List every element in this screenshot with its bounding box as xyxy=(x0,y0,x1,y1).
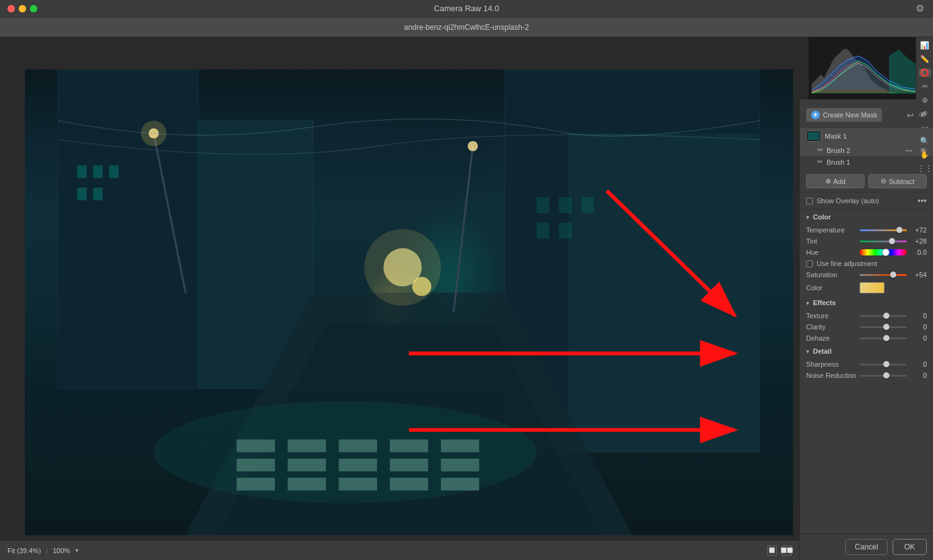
app-title: Camera Raw 14.0 xyxy=(434,4,499,13)
add-button[interactable]: ⊕ Add xyxy=(806,174,865,188)
brush-item-1[interactable]: ✏ Brush 1 xyxy=(800,156,933,168)
detail-section-title: Detail xyxy=(813,347,832,355)
heal-icon[interactable]: ⊕ xyxy=(919,96,931,104)
fine-adjustment-row: Use fine adjustment xyxy=(800,258,933,269)
temperature-label: Temperature xyxy=(806,226,857,234)
more-icon[interactable]: ⋮⋮ xyxy=(919,164,931,173)
dehaze-thumb[interactable] xyxy=(883,335,889,341)
histogram-icon[interactable]: 📊 xyxy=(919,41,931,50)
hand-icon[interactable]: ✋ xyxy=(919,150,931,159)
create-new-mask-button[interactable]: + Create New Mask xyxy=(806,108,882,122)
zoom-dropdown-icon[interactable]: ▾ xyxy=(75,547,78,554)
hue-label: Hue xyxy=(806,249,857,256)
mask1-thumbnail xyxy=(806,131,821,142)
tint-row: Tint +28 xyxy=(800,236,933,247)
zoom-percent: 100% xyxy=(53,547,70,554)
overlay-options-icon[interactable]: ••• xyxy=(917,196,927,206)
dehaze-row: Dehaze 0 xyxy=(800,333,933,344)
dehaze-label: Dehaze xyxy=(806,334,857,342)
main-content: Fit (39.4%) | 100% ▾ ⬜ ⬜⬜ xyxy=(0,37,933,560)
view-split-icon[interactable]: ⬜⬜ xyxy=(782,546,792,556)
mask-list: Mask 1 ✏ Brush 2 ••• 👁 ✏ Brush 1 xyxy=(800,126,933,170)
noise-reduction-thumb[interactable] xyxy=(883,372,889,379)
clarity-slider[interactable] xyxy=(860,326,907,328)
hue-thumb[interactable] xyxy=(882,249,889,256)
subtract-button[interactable]: ⊖ Subtract xyxy=(868,174,927,188)
color-swatch-label: Color xyxy=(806,284,857,291)
color-section-header[interactable]: ▾ Color xyxy=(800,209,933,224)
brush1-name: Brush 1 xyxy=(827,158,850,166)
saturation-row: Saturation +54 xyxy=(800,269,933,280)
fine-adj-checkbox[interactable] xyxy=(806,260,813,267)
temperature-thumb[interactable] xyxy=(896,227,903,233)
show-overlay-row: Show Overlay (auto) ••• xyxy=(800,192,933,209)
maximize-button[interactable] xyxy=(30,5,37,12)
brush1-icon: ✏ xyxy=(817,158,823,166)
dehaze-slider[interactable] xyxy=(860,337,907,339)
close-button[interactable] xyxy=(7,5,15,12)
ok-button[interactable]: OK xyxy=(893,539,927,555)
right-panel: 📊 ✏️ ⭕ ✂ ⊕ 👁 ⋯ 🔍 ✋ ⋮⋮ + Create New Mask xyxy=(799,37,933,560)
clarity-row: Clarity 0 xyxy=(800,321,933,333)
footer-bar: Fit (39.4%) | 100% ▾ ⬜ ⬜⬜ xyxy=(0,540,799,560)
tint-thumb[interactable] xyxy=(889,238,895,244)
detail-section-header[interactable]: ▾ Detail xyxy=(800,344,933,359)
texture-thumb[interactable] xyxy=(883,313,889,319)
color-swatch-row: Color xyxy=(800,280,933,295)
create-mask-label: Create New Mask xyxy=(823,111,877,119)
canvas-area[interactable]: Fit (39.4%) | 100% ▾ ⬜ ⬜⬜ xyxy=(0,37,799,560)
tint-value: +28 xyxy=(909,237,927,245)
saturation-slider[interactable] xyxy=(860,274,907,276)
mask-buttons: ⊕ Add ⊖ Subtract xyxy=(800,170,933,192)
texture-row: Texture 0 xyxy=(800,310,933,321)
color-swatch[interactable] xyxy=(860,282,884,293)
add-icon: ⊕ xyxy=(825,177,831,185)
mask-icon[interactable]: ⭕ xyxy=(919,68,931,77)
edit-icon[interactable]: ✏️ xyxy=(919,55,931,63)
clarity-value: 0 xyxy=(909,323,927,331)
search-icon[interactable]: 🔍 xyxy=(919,137,931,145)
minimize-button[interactable] xyxy=(19,5,26,12)
sharpness-thumb[interactable] xyxy=(883,361,889,367)
temperature-slider[interactable] xyxy=(860,229,907,231)
tint-label: Tint xyxy=(806,237,857,245)
effects-chevron-icon: ▾ xyxy=(806,300,809,306)
sharpness-slider[interactable] xyxy=(860,364,907,365)
histogram-svg xyxy=(800,37,933,99)
mask-history-icon[interactable]: ↩ xyxy=(907,111,914,120)
noise-reduction-value: 0 xyxy=(909,372,927,379)
effects-section-title: Effects xyxy=(813,299,836,306)
noise-reduction-slider[interactable] xyxy=(860,375,907,377)
noise-reduction-row: Noise Reduction 0 xyxy=(800,370,933,381)
effects-section-header[interactable]: ▾ Effects xyxy=(800,295,933,310)
brush-item-2[interactable]: ✏ Brush 2 ••• 👁 xyxy=(800,144,933,156)
crop-icon[interactable]: ✂ xyxy=(919,82,931,91)
saturation-thumb[interactable] xyxy=(890,272,896,278)
tool-strip: 📊 ✏️ ⭕ ✂ ⊕ 👁 ⋯ 🔍 ✋ ⋮⋮ xyxy=(916,37,933,99)
tint-slider[interactable] xyxy=(860,241,907,242)
filename-bar: andre-benz-qi2hmCwlhcE-unsplash-2 xyxy=(0,17,933,37)
clarity-thumb[interactable] xyxy=(883,324,889,330)
sharpness-value: 0 xyxy=(909,360,927,368)
plus-icon: + xyxy=(811,111,820,119)
show-overlay-checkbox[interactable] xyxy=(806,198,813,204)
sharpness-label: Sharpness xyxy=(806,360,857,368)
bottom-buttons: Cancel OK xyxy=(800,533,933,560)
cancel-button[interactable]: Cancel xyxy=(845,539,887,555)
panel-scroll-content[interactable]: + Create New Mask ↩ 👁 Mask 1 xyxy=(800,99,933,533)
hue-slider[interactable] xyxy=(860,249,907,255)
canvas-image xyxy=(25,70,793,535)
dehaze-value: 0 xyxy=(909,334,927,342)
view-single-icon[interactable]: ⬜ xyxy=(767,546,777,556)
texture-slider[interactable] xyxy=(860,315,907,317)
dots-tool-icon[interactable]: ⋯ xyxy=(919,123,931,132)
red-eye-icon[interactable]: 👁 xyxy=(919,109,931,118)
noise-reduction-label: Noise Reduction xyxy=(806,372,857,379)
brush2-more-icon[interactable]: ••• xyxy=(905,147,912,154)
filename: andre-benz-qi2hmCwlhcE-unsplash-2 xyxy=(404,23,529,32)
saturation-label: Saturation xyxy=(806,271,857,278)
sharpness-row: Sharpness 0 xyxy=(800,359,933,370)
mask1-name: Mask 1 xyxy=(825,132,927,140)
gear-icon[interactable]: ⚙ xyxy=(916,2,924,14)
mask-item-1[interactable]: Mask 1 xyxy=(800,128,933,144)
